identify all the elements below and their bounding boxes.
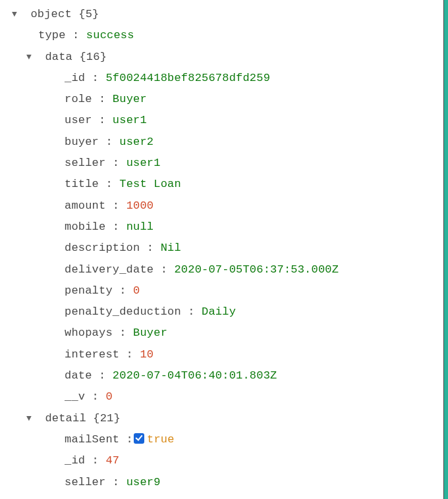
tree-row[interactable]: ▼ data {16} bbox=[0, 47, 448, 68]
chevron-down-icon[interactable]: ▼ bbox=[12, 7, 21, 23]
tree-row[interactable]: interest : 10 bbox=[0, 344, 448, 365]
colon: : bbox=[85, 454, 105, 467]
tree-row[interactable]: role : Buyer bbox=[0, 89, 448, 110]
colon: : bbox=[92, 93, 113, 105]
value: 2020-07-04T06:40:01.803Z bbox=[113, 369, 277, 382]
tree-row[interactable]: type : success bbox=[0, 25, 448, 46]
colon: : bbox=[113, 284, 133, 297]
colon: : bbox=[119, 348, 140, 361]
key: seller bbox=[65, 157, 105, 169]
value: 47 bbox=[105, 454, 119, 467]
node-count: {16} bbox=[79, 51, 107, 63]
key: type bbox=[38, 29, 66, 41]
key: amount bbox=[65, 199, 105, 212]
value: 0 bbox=[105, 390, 112, 403]
key: detail bbox=[45, 412, 86, 425]
key: __v bbox=[65, 390, 85, 403]
value: Test Loan bbox=[119, 178, 181, 190]
tree-row[interactable]: description : Nil bbox=[0, 238, 448, 259]
key: role bbox=[65, 93, 92, 105]
tree-row[interactable]: user : user1 bbox=[0, 110, 448, 131]
value: Nil bbox=[161, 242, 181, 254]
tree-content: ▼ object {5} type : success ▼ data {16} … bbox=[0, 0, 448, 493]
node-count: {5} bbox=[78, 8, 99, 20]
value: true bbox=[147, 433, 175, 446]
value: user1 bbox=[113, 114, 147, 126]
colon: : bbox=[119, 433, 133, 446]
colon: : bbox=[105, 476, 126, 488]
value: Daily bbox=[202, 305, 236, 318]
key: mobile bbox=[65, 221, 105, 233]
tree-row[interactable]: delivery_date : 2020-07-05T06:37:53.000Z bbox=[0, 259, 448, 280]
key: title bbox=[65, 178, 99, 190]
colon: : bbox=[66, 29, 86, 41]
key: interest bbox=[65, 348, 119, 361]
colon: : bbox=[181, 305, 202, 318]
tree-row[interactable]: amount : 1000 bbox=[0, 196, 448, 217]
value: Buyer bbox=[113, 93, 147, 105]
colon: : bbox=[105, 157, 126, 169]
value: Buyer bbox=[133, 327, 167, 339]
tree-row[interactable]: _id : 5f0024418bef825678dfd259 bbox=[0, 68, 448, 89]
value: user1 bbox=[126, 157, 161, 169]
colon: : bbox=[105, 199, 126, 212]
key: mailSent bbox=[65, 433, 119, 446]
colon: : bbox=[113, 327, 133, 339]
key: user bbox=[65, 114, 92, 126]
tree-row[interactable]: seller : user1 bbox=[0, 153, 448, 174]
colon: : bbox=[99, 136, 119, 148]
value: 10 bbox=[140, 348, 154, 361]
key: buyer bbox=[65, 136, 99, 148]
key: data bbox=[45, 51, 72, 63]
colon: : bbox=[92, 369, 113, 382]
tree-row[interactable]: whopays : Buyer bbox=[0, 323, 448, 344]
key: whopays bbox=[65, 327, 113, 339]
checkbox-checked-icon[interactable] bbox=[134, 433, 144, 444]
tree-row[interactable]: title : Test Loan bbox=[0, 174, 448, 195]
key: delivery_date bbox=[65, 263, 154, 276]
tree-row[interactable]: date : 2020-07-04T06:40:01.803Z bbox=[0, 365, 448, 386]
value: 2020-07-05T06:37:53.000Z bbox=[174, 263, 339, 276]
value: user9 bbox=[126, 476, 161, 488]
colon: : bbox=[105, 221, 126, 233]
colon: : bbox=[99, 178, 119, 190]
tree-row[interactable]: seller : user9 bbox=[0, 472, 448, 493]
key: penalty_deduction bbox=[65, 305, 181, 318]
key: penalty bbox=[65, 284, 113, 297]
value: null bbox=[126, 221, 154, 233]
value: user2 bbox=[119, 136, 154, 148]
tree-row[interactable]: penalty : 0 bbox=[0, 280, 448, 302]
tree-row[interactable]: buyer : user2 bbox=[0, 132, 448, 153]
tree-row[interactable]: penalty_deduction : Daily bbox=[0, 302, 448, 323]
key: _id bbox=[65, 454, 85, 467]
tree-row[interactable]: mailSent :true bbox=[0, 429, 448, 450]
key: description bbox=[65, 242, 140, 254]
value: 5f0024418bef825678dfd259 bbox=[105, 72, 270, 84]
value: 1000 bbox=[126, 199, 154, 212]
colon: : bbox=[154, 263, 174, 276]
key: _id bbox=[65, 72, 85, 84]
value: 0 bbox=[133, 284, 140, 297]
tree-row[interactable]: mobile : null bbox=[0, 217, 448, 238]
node-label: object bbox=[30, 8, 71, 20]
colon: : bbox=[92, 114, 113, 126]
colon: : bbox=[85, 390, 105, 403]
chevron-down-icon[interactable]: ▼ bbox=[26, 49, 36, 66]
scrollbar[interactable] bbox=[444, 0, 448, 499]
tree-row[interactable]: _id : 47 bbox=[0, 450, 448, 471]
colon: : bbox=[140, 242, 160, 254]
value: success bbox=[86, 29, 134, 41]
tree-row[interactable]: __v : 0 bbox=[0, 386, 448, 407]
tree-row[interactable]: ▼ detail {21} bbox=[0, 408, 448, 429]
json-viewer: ▼ object {5} type : success ▼ data {16} … bbox=[0, 0, 448, 499]
tree-row[interactable]: ▼ object {5} bbox=[0, 4, 448, 25]
chevron-down-icon[interactable]: ▼ bbox=[26, 411, 36, 427]
node-count: {21} bbox=[93, 412, 121, 425]
key: seller bbox=[65, 476, 105, 488]
colon: : bbox=[85, 72, 105, 84]
key: date bbox=[65, 369, 92, 382]
